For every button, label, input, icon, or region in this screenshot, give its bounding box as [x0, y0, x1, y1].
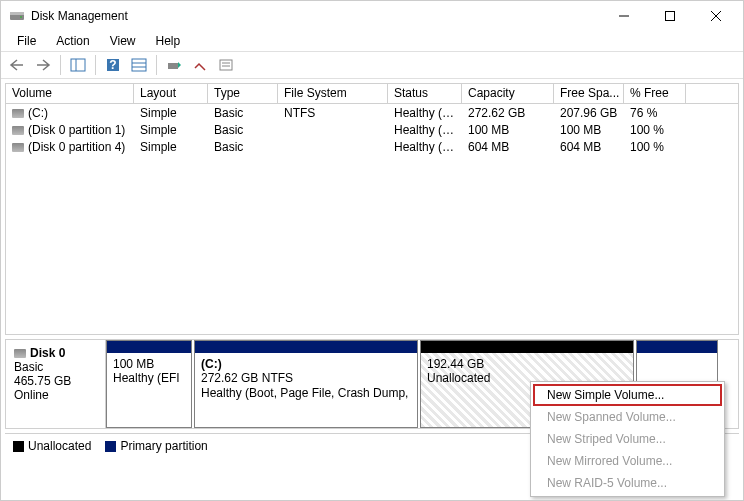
svg-rect-11 [132, 59, 146, 71]
toolbar: ? [1, 51, 743, 79]
volume-rows: (C:)SimpleBasicNTFSHealthy (B...272.62 G… [6, 104, 738, 155]
volume-icon [12, 126, 24, 135]
volume-list: Volume Layout Type File System Status Ca… [5, 83, 739, 335]
svg-rect-1 [10, 12, 24, 15]
context-menu: New Simple Volume...New Spanned Volume..… [530, 381, 725, 497]
partition-body: 100 MBHealthy (EFI [107, 353, 191, 427]
legend-swatch-black [13, 441, 24, 452]
svg-point-2 [20, 16, 22, 18]
legend-swatch-navy [105, 441, 116, 452]
partition[interactable]: (C:)272.62 GB NTFSHealthy (Boot, Page Fi… [194, 340, 418, 428]
col-header-volume[interactable]: Volume [6, 84, 134, 103]
disk-type: Basic [14, 360, 43, 374]
show-hide-console-tree-button[interactable] [66, 54, 90, 76]
partition-color-bar [195, 341, 417, 353]
volume-row[interactable]: (C:)SimpleBasicNTFSHealthy (B...272.62 G… [6, 104, 738, 121]
toolbar-separator [156, 55, 157, 75]
back-button[interactable] [5, 54, 29, 76]
menu-action[interactable]: Action [46, 32, 99, 50]
col-header-pct-free[interactable]: % Free [624, 84, 686, 103]
volume-icon [12, 143, 24, 152]
col-header-type[interactable]: Type [208, 84, 278, 103]
partition-body: (C:)272.62 GB NTFSHealthy (Boot, Page Fi… [195, 353, 417, 427]
close-button[interactable] [693, 1, 739, 31]
col-header-filesystem[interactable]: File System [278, 84, 388, 103]
col-header-layout[interactable]: Layout [134, 84, 208, 103]
disk-state: Online [14, 388, 49, 402]
window-title: Disk Management [31, 9, 601, 23]
context-menu-item: New Striped Volume... [533, 428, 722, 450]
context-menu-item: New Mirrored Volume... [533, 450, 722, 472]
rescan-disks-button[interactable] [188, 54, 212, 76]
partition[interactable]: 100 MBHealthy (EFI [106, 340, 192, 428]
refresh-button[interactable] [162, 54, 186, 76]
legend-primary: Primary partition [105, 439, 207, 453]
disk-name: Disk 0 [30, 346, 65, 360]
partition-color-bar [421, 341, 633, 353]
settings-button[interactable] [127, 54, 151, 76]
context-menu-item: New Spanned Volume... [533, 406, 722, 428]
minimize-button[interactable] [601, 1, 647, 31]
col-header-capacity[interactable]: Capacity [462, 84, 554, 103]
context-menu-item: New RAID-5 Volume... [533, 472, 722, 494]
col-header-status[interactable]: Status [388, 84, 462, 103]
legend-unallocated: Unallocated [13, 439, 91, 453]
svg-rect-7 [71, 59, 85, 71]
menu-bar: File Action View Help [1, 31, 743, 51]
partition-color-bar [107, 341, 191, 353]
toolbar-separator [95, 55, 96, 75]
svg-rect-4 [666, 12, 675, 21]
menu-view[interactable]: View [100, 32, 146, 50]
col-header-spacer [686, 84, 738, 103]
partition-color-bar [637, 341, 717, 353]
properties-button[interactable] [214, 54, 238, 76]
help-button[interactable]: ? [101, 54, 125, 76]
svg-text:?: ? [109, 58, 116, 72]
volume-icon [12, 109, 24, 118]
title-bar: Disk Management [1, 1, 743, 31]
volume-list-header: Volume Layout Type File System Status Ca… [6, 84, 738, 104]
svg-rect-14 [168, 63, 178, 69]
app-icon [9, 8, 25, 24]
volume-row[interactable]: (Disk 0 partition 1)SimpleBasicHealthy (… [6, 121, 738, 138]
disk-label-pane[interactable]: Disk 0 Basic 465.75 GB Online [6, 340, 106, 428]
toolbar-separator [60, 55, 61, 75]
volume-row[interactable]: (Disk 0 partition 4)SimpleBasicHealthy (… [6, 138, 738, 155]
menu-file[interactable]: File [7, 32, 46, 50]
svg-rect-15 [220, 60, 232, 70]
disk-icon [14, 349, 26, 358]
forward-button[interactable] [31, 54, 55, 76]
disk-size: 465.75 GB [14, 374, 71, 388]
maximize-button[interactable] [647, 1, 693, 31]
col-header-free[interactable]: Free Spa... [554, 84, 624, 103]
menu-help[interactable]: Help [146, 32, 191, 50]
context-menu-item[interactable]: New Simple Volume... [533, 384, 722, 406]
